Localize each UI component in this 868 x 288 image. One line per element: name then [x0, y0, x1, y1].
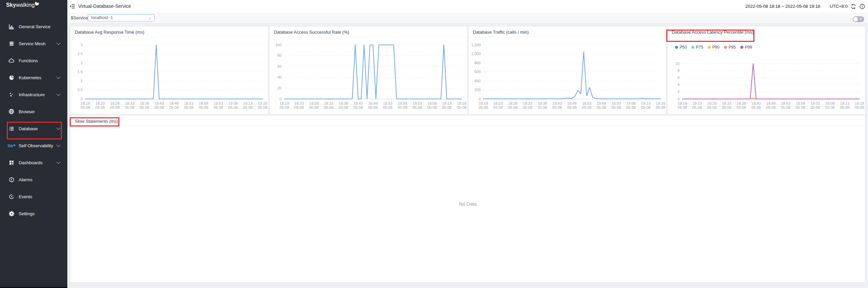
svg-text:19:13: 19:13 — [641, 101, 651, 105]
svg-text:19:13: 19:13 — [840, 101, 850, 105]
svg-text:05-08: 05-08 — [169, 105, 179, 109]
timezone-label: UTC+8:0 — [830, 4, 848, 9]
svg-text:20: 20 — [278, 86, 282, 90]
svg-text:05-08: 05-08 — [228, 105, 238, 109]
panel-latency-percentile: Database Access Latency Percentile (ms) … — [668, 27, 865, 114]
panel-avg-response-time: Database Avg Response Time (ms) 00.511.5… — [71, 27, 268, 114]
svg-text:18:33: 18:33 — [523, 101, 532, 105]
titlebar: Virtual-Database-Service 2022-05-08 18:1… — [67, 0, 868, 13]
sidebar-item-self-observability[interactable]: Sw Self Observability — [0, 140, 67, 151]
cloud-icon — [9, 58, 14, 64]
svg-text:18:18: 18:18 — [678, 101, 687, 105]
svg-text:18:48: 18:48 — [169, 101, 179, 105]
svg-text:19:08: 19:08 — [626, 101, 636, 105]
sidebar-item-general-service[interactable]: General Service — [0, 21, 67, 32]
avg-response-time-chart[interactable]: 00.511.522.5318:1805-0818:2305-0818:2805… — [71, 37, 268, 114]
svg-text:18:58: 18:58 — [398, 101, 407, 105]
svg-text:05-08: 05-08 — [582, 105, 591, 109]
svg-text:19:18: 19:18 — [258, 101, 267, 105]
svg-text:18:28: 18:28 — [309, 101, 319, 105]
svg-text:18:18: 18:18 — [81, 101, 90, 105]
traffic-chart[interactable]: 02004006008001,0001,20018:1805-0818:2305… — [469, 37, 666, 114]
latency-percentile-chart[interactable]: 024681018:1805-0818:2305-0818:2805-0818:… — [668, 37, 865, 114]
svg-text:05-08: 05-08 — [641, 105, 651, 109]
svg-text:05-08: 05-08 — [324, 105, 333, 109]
svg-text:05-08: 05-08 — [766, 105, 775, 109]
panel-title: Database Avg Response Time (ms) — [75, 30, 144, 35]
svg-text:05-08: 05-08 — [678, 105, 687, 109]
sidebar-item-alarms[interactable]: Alarms — [0, 174, 67, 185]
svg-text:05-08: 05-08 — [722, 105, 731, 109]
sidebar-item-settings[interactable]: Settings — [0, 208, 67, 219]
service-variable-label: $Service — [71, 13, 88, 23]
svg-text:19:13: 19:13 — [243, 101, 253, 105]
success-rate-chart[interactable]: 02040608010018:1805-0818:2305-0818:2805-… — [270, 37, 467, 114]
svg-text:05-08: 05-08 — [508, 105, 518, 109]
sidebar-item-infrastructure[interactable]: Infrastructure — [0, 89, 67, 100]
svg-text:6: 6 — [678, 75, 680, 80]
svg-text:18:33: 18:33 — [722, 101, 731, 105]
app-logo[interactable]: Skywalking — [6, 2, 39, 10]
sidebar-item-label: Self Observability — [19, 143, 53, 148]
panel-title: Slow Statements (ms) — [75, 119, 118, 124]
svg-text:1,000: 1,000 — [471, 52, 481, 56]
dashboards-icon — [9, 160, 14, 166]
svg-text:1.5: 1.5 — [78, 70, 83, 74]
chevron-down-icon — [56, 143, 60, 147]
events-icon — [9, 194, 14, 200]
panel-title: Database Traffic (calls / min) — [473, 30, 529, 35]
layers-icon — [9, 41, 14, 47]
time-range-picker[interactable]: 2022-05-08 18:18 ~ 2022-05-08 19:18 — [746, 4, 820, 9]
svg-text:2: 2 — [81, 61, 83, 65]
svg-text:400: 400 — [474, 79, 481, 83]
svg-text:P75: P75 — [696, 45, 703, 50]
svg-text:1: 1 — [81, 79, 83, 83]
edit-mode-toggle[interactable]: V — [853, 16, 864, 22]
svg-text:05-08: 05-08 — [199, 105, 208, 109]
svg-text:05-08: 05-08 — [552, 105, 562, 109]
svg-text:05-08: 05-08 — [368, 105, 378, 109]
svg-text:P95: P95 — [729, 45, 736, 50]
svg-text:19:03: 19:03 — [413, 101, 422, 105]
sidebar-item-database[interactable]: Database — [0, 123, 67, 134]
chevron-down-icon — [56, 160, 60, 164]
svg-text:18:53: 18:53 — [383, 101, 393, 105]
service-select[interactable]: localhost:-1 — [88, 14, 154, 21]
svg-text:18:48: 18:48 — [567, 101, 577, 105]
sidebar: Skywalking General Service Service Mesh … — [0, 0, 67, 287]
sidebar-item-service-mesh[interactable]: Service Mesh — [0, 38, 67, 49]
svg-text:18:23: 18:23 — [692, 101, 702, 105]
sidebar-item-kubernetes[interactable]: Kubernetes — [0, 72, 67, 83]
sidebar-item-label: Dashboards — [19, 160, 43, 165]
gear-icon — [9, 211, 14, 217]
sidebar-item-functions[interactable]: Functions — [0, 55, 67, 66]
sidebar-item-dashboards[interactable]: Dashboards — [0, 157, 67, 168]
svg-text:18:48: 18:48 — [368, 101, 378, 105]
svg-text:05-08: 05-08 — [781, 105, 790, 109]
panel-header: Database Access Successful Rate (%) — [270, 27, 467, 37]
collapse-sidebar-icon[interactable] — [69, 3, 75, 9]
svg-text:2.5: 2.5 — [78, 52, 83, 56]
svg-text:18:58: 18:58 — [796, 101, 805, 105]
svg-text:19:08: 19:08 — [427, 101, 437, 105]
svg-text:19:13: 19:13 — [442, 101, 452, 105]
info-icon[interactable] — [859, 3, 865, 9]
svg-text:19:18: 19:18 — [855, 101, 864, 105]
sidebar-item-label: Settings — [19, 211, 35, 216]
svg-text:18:43: 18:43 — [751, 101, 761, 105]
svg-text:18:23: 18:23 — [295, 101, 304, 105]
svg-text:100: 100 — [276, 43, 282, 47]
svg-text:05-08: 05-08 — [95, 105, 105, 109]
svg-text:05-08: 05-08 — [427, 105, 437, 109]
svg-text:05-08: 05-08 — [309, 105, 319, 109]
panel-header: Database Access Latency Percentile (ms) — [668, 27, 865, 37]
database-icon — [9, 126, 14, 132]
sidebar-item-label: Service Mesh — [19, 41, 46, 46]
svg-text:05-08: 05-08 — [567, 105, 577, 109]
refresh-icon[interactable] — [851, 3, 856, 9]
svg-text:05-08: 05-08 — [825, 105, 835, 109]
svg-text:05-08: 05-08 — [413, 105, 422, 109]
sidebar-item-browser[interactable]: Browser — [0, 106, 67, 117]
svg-text:18:23: 18:23 — [96, 101, 105, 105]
sidebar-item-events[interactable]: Events — [0, 191, 67, 202]
